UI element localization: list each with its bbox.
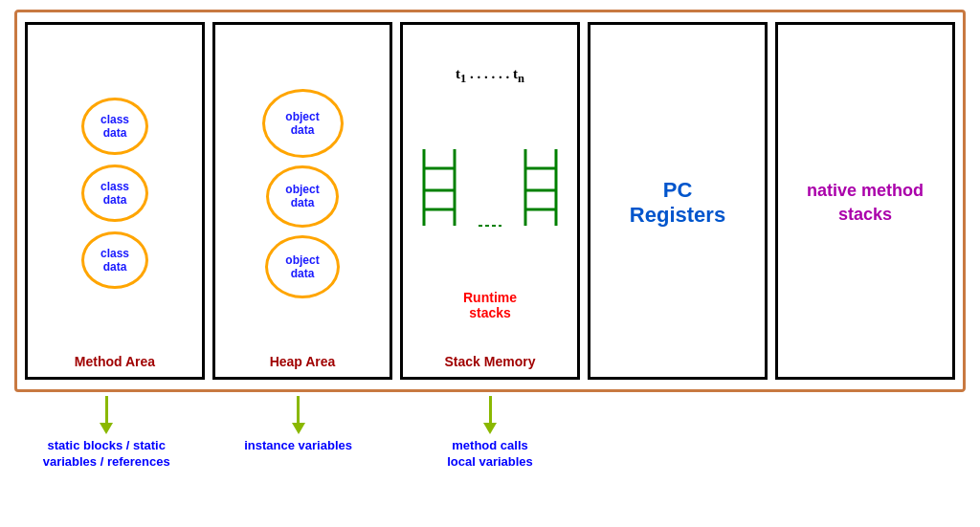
heap-area-label: Heap Area — [270, 354, 336, 369]
object-data-circle-2: object data — [266, 165, 339, 228]
stack-arrow-label: method callslocal variables — [447, 438, 533, 471]
ladder-2 — [521, 144, 561, 231]
main-container: class data class data class data Method … — [0, 0, 980, 527]
object-data-circle-1: object data — [262, 89, 344, 158]
method-circles: class data class data class data — [81, 36, 148, 350]
object-data-circle-3: object data — [265, 235, 340, 298]
stack-memory-label: Stack Memory — [445, 354, 536, 369]
heap-arrow-label: instance variables — [244, 438, 352, 454]
ladders-row — [419, 144, 561, 231]
pc-registers-box: PCRegisters — [588, 22, 768, 380]
method-area-label: Method Area — [75, 354, 155, 369]
method-arrow-line — [105, 396, 108, 423]
heap-area-box: object data object data object data Heap… — [212, 22, 392, 380]
bottom-section: static blocks / staticvariables / refere… — [14, 392, 966, 471]
native-empty-col — [782, 396, 966, 471]
native-method-stacks-label: native method stacks — [784, 179, 947, 227]
thread-label: t1 . . . . . . tn — [456, 66, 524, 86]
pc-empty-col — [590, 396, 773, 471]
class-data-circle-2: class data — [81, 165, 148, 222]
heap-arrow-col: instance variables — [206, 396, 390, 471]
stack-arrow-head — [483, 423, 497, 434]
stack-memory-box: t1 . . . . . . tn — [400, 22, 580, 380]
ladder-1 — [419, 144, 459, 231]
heap-arrow-line — [297, 396, 300, 423]
pc-registers-label: PCRegisters — [630, 178, 725, 228]
runtime-label: Runtimestacks — [463, 290, 517, 320]
outer-border: class data class data class data Method … — [14, 10, 966, 392]
method-arrow-head — [100, 423, 113, 434]
stack-inner: t1 . . . . . . tn — [419, 36, 561, 350]
stack-arrow-col: method callslocal variables — [398, 396, 582, 471]
heap-arrow-head — [292, 423, 305, 434]
dashed-connector — [479, 221, 501, 231]
method-area-box: class data class data class data Method … — [25, 22, 205, 380]
method-arrow-col: static blocks / staticvariables / refere… — [14, 396, 198, 471]
class-data-circle-1: class data — [81, 98, 148, 155]
heap-circles: object data object data object data — [262, 36, 344, 350]
native-method-stacks-box: native method stacks — [775, 22, 955, 380]
method-arrow-label: static blocks / staticvariables / refere… — [43, 438, 170, 471]
class-data-circle-3: class data — [81, 231, 148, 289]
stack-arrow-line — [489, 396, 492, 423]
